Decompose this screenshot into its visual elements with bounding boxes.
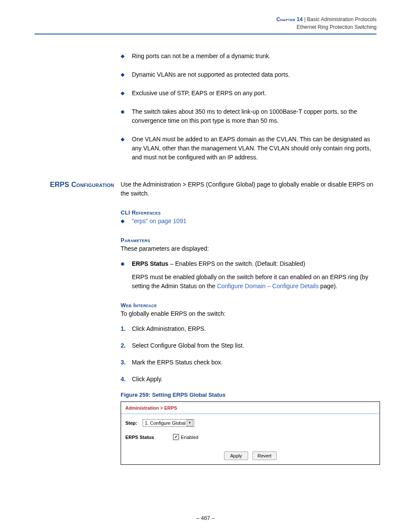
intro-list: Ring ports can not be a member of a dyna…	[121, 52, 377, 162]
cli-references-heading: CLI References	[121, 209, 377, 216]
checkbox-label: Enabled	[181, 435, 198, 440]
step-number: 4.	[121, 375, 126, 384]
page: Chapter 14 | Basic Administration Protoc…	[0, 0, 411, 532]
section-sidehead: ERPS Configuration	[34, 180, 114, 190]
step-text: Mark the ERPS Status check box.	[132, 359, 223, 366]
apply-button[interactable]: Apply	[224, 451, 248, 460]
page-number: – 467 –	[0, 515, 411, 521]
chevron-down-icon: ▼	[187, 420, 193, 426]
parameters-heading: Parameters	[121, 237, 377, 243]
section-body: Use the Administration > ERPS (Configure…	[121, 180, 377, 465]
step-number: 1.	[121, 324, 126, 333]
erps-status-checkbox[interactable]: ✔	[173, 434, 179, 440]
section-intro: Use the Administration > ERPS (Configure…	[121, 180, 377, 198]
list-item: Dynamic VLANs are not supported as prote…	[121, 70, 377, 79]
page-header: Chapter 14 | Basic Administration Protoc…	[34, 16, 377, 34]
cli-link[interactable]: "erps" on page 1091	[132, 218, 187, 224]
step-row: Step: 1. Configure Global ▼	[125, 419, 375, 427]
step-select[interactable]: 1. Configure Global ▼	[143, 419, 194, 427]
step-item: 4.Click Apply.	[121, 375, 377, 384]
param-note-b: page).	[318, 283, 337, 289]
step-number: 2.	[121, 341, 126, 350]
step-text: Select Configure Global from the Step li…	[132, 342, 244, 349]
param-name: ERPS Status	[132, 260, 168, 267]
list-item: One VLAN must be added to an EAPS domain…	[121, 135, 377, 162]
parameters-intro: These parameters are displayed:	[121, 244, 377, 253]
web-interface-intro: To globally enable ERPS on the switch:	[121, 309, 377, 318]
configure-domain-link[interactable]: Configure Domain – Configure Details	[217, 283, 319, 289]
param-text: – Enables ERPS on the switch. (Default: …	[168, 260, 305, 267]
erps-status-label: ERPS Status	[125, 435, 173, 440]
step-item: 2.Select Configure Global from the Step …	[121, 341, 377, 350]
chapter-subtitle: Ethernet Ring Protection Switching	[297, 24, 377, 30]
step-text: Click Administration, ERPS.	[132, 325, 206, 332]
button-row: Apply Revert	[121, 449, 380, 464]
content: Ring ports can not be a member of a dyna…	[121, 52, 377, 465]
list-item: ERPS Status – Enables ERPS on the switch…	[121, 259, 377, 291]
steps-list: 1.Click Administration, ERPS. 2.Select C…	[121, 324, 377, 384]
list-item: "erps" on page 1091	[121, 217, 377, 226]
step-label: Step:	[125, 420, 143, 426]
erps-status-row: ERPS Status ✔ Enabled	[125, 434, 375, 440]
chapter-title: Basic Administration Protocols	[307, 16, 377, 22]
list-item: The switch takes about 350 ms to detect …	[121, 107, 377, 125]
parameters-list: ERPS Status – Enables ERPS on the switch…	[121, 259, 377, 291]
panel-body: Step: 1. Configure Global ▼ ERPS Status …	[121, 415, 380, 449]
section-row: ERPS Configuration Use the Administratio…	[121, 180, 377, 465]
step-item: 1.Click Administration, ERPS.	[121, 324, 377, 333]
web-interface-heading: Web Interface	[121, 302, 377, 308]
step-select-value: 1. Configure Global	[145, 420, 186, 426]
list-item: Ring ports can not be a member of a dyna…	[121, 52, 377, 61]
check-icon: ✔	[173, 434, 179, 440]
figure-caption: Figure 259: Setting ERPS Global Status	[121, 392, 377, 398]
chapter-number: Chapter 14	[277, 16, 303, 22]
erps-panel: Administration > ERPS Step: 1. Configure…	[121, 401, 380, 465]
step-text: Click Apply.	[132, 376, 162, 383]
step-number: 3.	[121, 358, 126, 367]
breadcrumb: Administration > ERPS	[121, 402, 380, 413]
header-separator: |	[303, 16, 307, 22]
step-item: 3.Mark the ERPS Status check box.	[121, 358, 377, 367]
list-item: Exclusive use of STP, EAPS or ERPS on an…	[121, 89, 377, 98]
revert-button[interactable]: Revert	[252, 451, 277, 460]
cli-list: "erps" on page 1091	[121, 217, 377, 226]
